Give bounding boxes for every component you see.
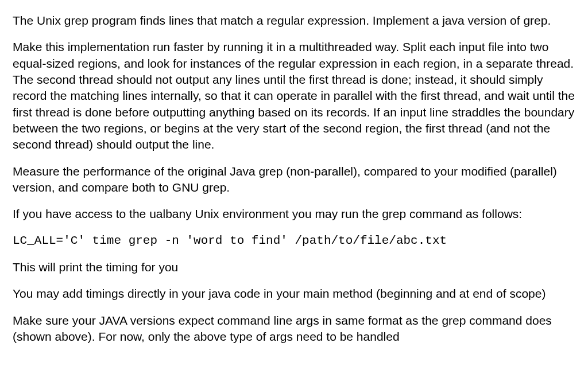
code-command: LC_ALL='C' time grep -n 'word to find' /… [13, 233, 577, 249]
paragraph-measure: Measure the performance of the original … [13, 163, 577, 196]
paragraph-args: Make sure your JAVA versions expect comm… [13, 313, 577, 345]
paragraph-timing: This will print the timing for you [13, 259, 577, 275]
paragraph-multithread: Make this implementation run faster by r… [13, 39, 577, 153]
paragraph-intro: The Unix grep program finds lines that m… [13, 13, 577, 29]
paragraph-ualbany: If you have access to the ualbany Unix e… [13, 206, 577, 222]
paragraph-java-timings: You may add timings directly in your jav… [13, 286, 577, 302]
